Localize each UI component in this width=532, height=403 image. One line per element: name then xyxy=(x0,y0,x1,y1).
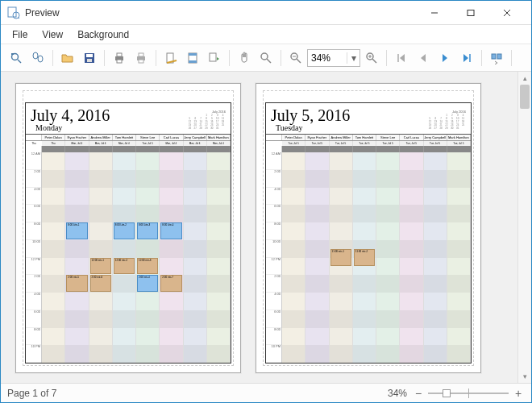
print-button[interactable] xyxy=(109,48,130,69)
hour-label: 12 PM xyxy=(266,258,281,276)
scroll-up-icon[interactable]: ▴ xyxy=(518,72,531,85)
scroll-down-icon[interactable]: ▾ xyxy=(518,370,531,383)
svg-rect-20 xyxy=(139,60,143,63)
hour-label: 10:00 xyxy=(266,240,281,258)
svg-rect-38 xyxy=(497,54,501,59)
page-setup-button[interactable] xyxy=(160,48,181,69)
menu-background[interactable]: Background xyxy=(71,27,135,43)
zoom-in-button[interactable] xyxy=(361,48,382,69)
hour-label: 10:00 xyxy=(26,240,41,258)
schedule-column xyxy=(447,152,471,363)
hour-label: 8:00 xyxy=(266,328,281,346)
hour-label: 6:00 xyxy=(26,310,41,328)
hour-label: 2:00 xyxy=(266,275,281,293)
hand-tool-button[interactable] xyxy=(234,48,255,69)
preview-area: July 4, 2016MondayJuly 20161234567891011… xyxy=(1,72,531,383)
hour-label: 2:00 xyxy=(266,170,281,188)
schedule-column xyxy=(305,152,329,363)
schedule-column xyxy=(424,152,447,363)
page-indicator: Page 1 of 7 xyxy=(7,388,56,399)
hour-label: 10 PM xyxy=(26,345,41,363)
resource-header: Steve Lee xyxy=(136,135,160,140)
svg-rect-13 xyxy=(86,54,93,57)
close-button[interactable] xyxy=(488,2,525,24)
zoom-combo[interactable]: ▾ xyxy=(307,49,360,67)
hour-label: 2:00 xyxy=(26,275,41,293)
header-footer-button[interactable] xyxy=(182,48,203,69)
svg-rect-4 xyxy=(468,10,474,15)
toolbar: ▾ xyxy=(1,44,531,72)
appointment: 11:00 mtr-1 xyxy=(330,249,351,266)
minimize-button[interactable] xyxy=(416,2,452,24)
prev-page-button[interactable] xyxy=(413,48,434,69)
hour-label: 4:00 xyxy=(26,293,41,310)
last-page-button[interactable] xyxy=(456,48,477,69)
schedule-column: 8:00 Lite-312:00 mtr-32:00 mtr-4 xyxy=(136,152,160,363)
svg-point-11 xyxy=(38,56,43,62)
hour-label: 4:00 xyxy=(266,293,281,310)
hour-label: 10 PM xyxy=(266,345,281,363)
mini-calendar: July 20161234567891011121314151617181920… xyxy=(187,110,226,130)
resource-header: Jerry Campbell xyxy=(184,135,207,140)
magnifier-button[interactable] xyxy=(256,48,276,69)
svg-rect-24 xyxy=(189,60,197,63)
scroll-thumb[interactable] xyxy=(520,85,530,109)
first-page-button[interactable] xyxy=(391,48,412,69)
customize-button[interactable] xyxy=(27,48,48,69)
search-button[interactable] xyxy=(6,48,27,69)
date-title: July 5, 2016 xyxy=(271,106,350,125)
schedule-column: 12:00 mtr-12:00 mtr-6 xyxy=(89,152,113,363)
appointment: 12:00 mtr-1 xyxy=(90,258,111,275)
resource-header: Carl Lucas xyxy=(400,135,423,140)
hour-label: 6:00 xyxy=(266,205,281,222)
schedule-column xyxy=(42,152,65,363)
zoom-handle[interactable] xyxy=(443,389,451,397)
resource-header: Jerry Campbell xyxy=(424,135,447,140)
schedule-column xyxy=(376,152,400,363)
zoom-out-button[interactable] xyxy=(285,48,306,69)
svg-line-27 xyxy=(267,59,271,63)
appointment: 2:00 mtr-5 xyxy=(66,275,87,292)
resource-header: Carl Lucas xyxy=(160,135,183,140)
svg-rect-17 xyxy=(117,60,122,63)
svg-line-2 xyxy=(19,17,20,19)
hour-label: 6:00 xyxy=(266,310,281,328)
statusbar: Page 1 of 7 34% − + xyxy=(1,383,531,402)
svg-rect-9 xyxy=(11,53,14,55)
open-button[interactable] xyxy=(57,48,78,69)
zoom-level-label: 34% xyxy=(388,388,407,399)
svg-rect-19 xyxy=(139,53,143,56)
zoom-plus-button[interactable]: + xyxy=(512,387,525,400)
appointment: 8:00 Lite-2 xyxy=(114,222,135,239)
zoom-input[interactable] xyxy=(308,52,347,64)
scale-button[interactable] xyxy=(204,48,225,69)
vertical-scrollbar[interactable]: ▴ ▾ xyxy=(517,72,531,383)
hour-label: 4:00 xyxy=(266,188,281,206)
schedule-column xyxy=(400,152,423,363)
menu-view[interactable]: View xyxy=(35,27,69,43)
svg-rect-25 xyxy=(210,53,216,61)
resource-header: Tom Hamlett xyxy=(113,135,136,140)
quick-print-button[interactable] xyxy=(131,48,152,69)
hour-label: 4:00 xyxy=(26,188,41,206)
appointment: 12:00 mtr-2 xyxy=(114,258,135,275)
zoom-track[interactable] xyxy=(428,393,509,394)
menu-file[interactable]: File xyxy=(6,27,34,43)
hour-label: 12 AM xyxy=(266,152,281,170)
save-button[interactable] xyxy=(79,48,100,69)
schedule-column: 8:00 Lite-42:00 mtr-7 xyxy=(160,152,183,363)
svg-point-26 xyxy=(261,53,268,60)
hour-label: 12 AM xyxy=(26,152,41,170)
zoom-slider[interactable]: − + xyxy=(412,387,525,400)
menubar: File View Background xyxy=(1,25,531,44)
svg-line-8 xyxy=(18,60,21,63)
next-page-button[interactable] xyxy=(434,48,455,69)
multipage-button[interactable] xyxy=(486,48,507,69)
maximize-button[interactable] xyxy=(452,2,488,24)
appointment: 11:00 mtr-2 xyxy=(354,249,375,266)
zoom-minus-button[interactable]: − xyxy=(412,387,425,400)
app-icon xyxy=(7,6,20,19)
svg-rect-23 xyxy=(189,53,197,56)
resource-header: Peter Dolan xyxy=(42,135,65,140)
chevron-down-icon[interactable]: ▾ xyxy=(347,52,360,64)
